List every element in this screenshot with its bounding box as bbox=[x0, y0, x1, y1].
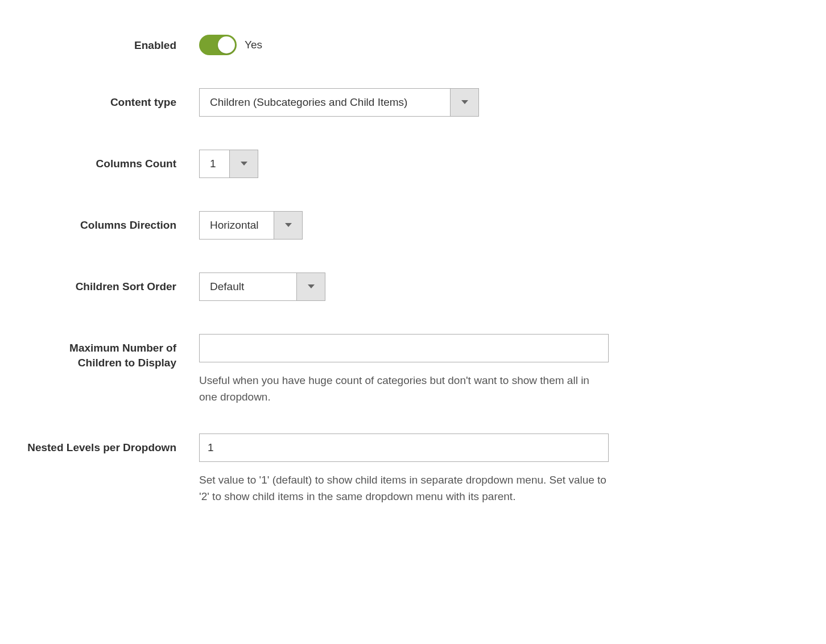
enabled-value-label: Yes bbox=[245, 39, 262, 51]
columns-count-value: 1 bbox=[200, 150, 229, 177]
columns-direction-value: Horizontal bbox=[200, 212, 274, 239]
max-children-label: Maximum Number of Children to Display bbox=[23, 334, 199, 370]
content-type-label: Content type bbox=[23, 88, 199, 110]
children-sort-order-select[interactable]: Default bbox=[199, 273, 325, 301]
chevron-down-icon bbox=[450, 89, 478, 116]
nested-levels-help: Set value to '1' (default) to show child… bbox=[199, 472, 609, 505]
chevron-down-icon bbox=[274, 212, 302, 239]
columns-count-select[interactable]: 1 bbox=[199, 150, 258, 178]
toggle-knob bbox=[218, 36, 235, 53]
columns-count-label: Columns Count bbox=[23, 150, 199, 171]
enabled-label: Enabled bbox=[23, 31, 199, 53]
chevron-down-icon bbox=[229, 150, 258, 177]
children-sort-order-value: Default bbox=[200, 273, 296, 300]
enabled-toggle[interactable] bbox=[199, 35, 237, 55]
nested-levels-label: Nested Levels per Dropdown bbox=[23, 434, 199, 455]
content-type-select[interactable]: Children (Subcategories and Child Items) bbox=[199, 88, 479, 117]
nested-levels-input[interactable] bbox=[199, 434, 609, 462]
columns-direction-select[interactable]: Horizontal bbox=[199, 211, 303, 240]
max-children-help: Useful when you have huge count of categ… bbox=[199, 373, 609, 405]
children-sort-order-label: Children Sort Order bbox=[23, 273, 199, 294]
max-children-input[interactable] bbox=[199, 334, 609, 362]
columns-direction-label: Columns Direction bbox=[23, 211, 199, 233]
chevron-down-icon bbox=[296, 273, 325, 300]
content-type-value: Children (Subcategories and Child Items) bbox=[200, 89, 450, 116]
